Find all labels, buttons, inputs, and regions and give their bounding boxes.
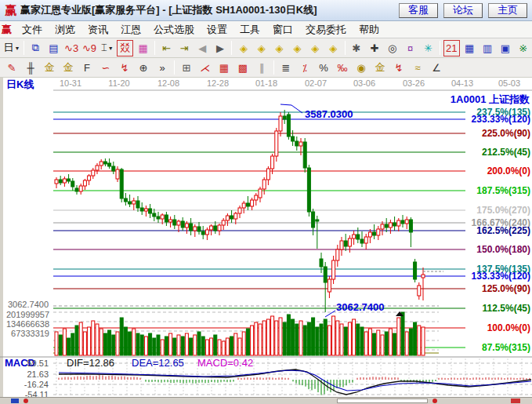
status-scrollbar[interactable] bbox=[337, 399, 428, 403]
ruler-icon[interactable]: ≣ bbox=[277, 60, 295, 76]
prev-icon[interactable]: ◀ bbox=[194, 40, 211, 56]
pan-hand-icon[interactable]: ✱ bbox=[349, 40, 365, 56]
gold-line-icon[interactable]: 金 bbox=[371, 60, 389, 76]
candle-body bbox=[136, 201, 139, 208]
candle-body bbox=[194, 227, 197, 231]
macd-scale-label: -16.24 bbox=[24, 380, 49, 389]
candle-body bbox=[226, 216, 229, 220]
gold-section2-icon[interactable]: 金 bbox=[60, 60, 77, 76]
percent-icon[interactable]: % bbox=[315, 60, 332, 76]
peak-annotation-arrow bbox=[280, 104, 302, 113]
volume-bar bbox=[324, 319, 327, 355]
menu-item-江恩[interactable]: 江恩 bbox=[114, 23, 147, 37]
candle-body bbox=[128, 202, 132, 204]
link-icon[interactable]: ※ bbox=[515, 40, 531, 56]
hatch-box-icon[interactable]: ▩ bbox=[234, 60, 252, 76]
zoom-window-icon[interactable]: ⧉ bbox=[27, 40, 44, 56]
calendar-21-icon[interactable]: 21 bbox=[443, 40, 460, 56]
parallel-lines-icon[interactable]: ∥ bbox=[253, 60, 270, 76]
brush-icon[interactable]: ↯ bbox=[116, 60, 133, 76]
candle-body bbox=[307, 168, 310, 212]
volume-bar bbox=[397, 318, 400, 355]
titlebar-button-2[interactable]: 主页 bbox=[488, 3, 527, 18]
menu-item-文件[interactable]: 文件 bbox=[16, 23, 49, 37]
fibo-icon[interactable]: F bbox=[78, 60, 96, 76]
grid-axis-icon[interactable]: ╫ bbox=[22, 60, 39, 76]
magnify-icon[interactable]: ◎ bbox=[384, 40, 400, 56]
chart-area[interactable]: 日K线1A0001 上证指数10-3111-2012-0812-2801-180… bbox=[0, 78, 532, 397]
marker-icon[interactable]: ↯ bbox=[390, 60, 407, 76]
angle-icon[interactable]: ∠ bbox=[428, 60, 445, 76]
menu-item-帮助[interactable]: 帮助 bbox=[353, 23, 385, 37]
symbol-label: 1A0001 上证指数 bbox=[451, 93, 530, 105]
diamond-tool-2[interactable]: ◈ bbox=[253, 40, 270, 56]
mark-icon[interactable]: ¤ bbox=[402, 40, 418, 56]
wave9-icon[interactable]: ∿9 bbox=[81, 40, 98, 56]
candle-style-icon[interactable]: ⌶▼ bbox=[99, 40, 115, 56]
calculator-icon[interactable]: ▦ bbox=[461, 40, 478, 56]
candle-body bbox=[190, 224, 193, 231]
status-bar bbox=[0, 397, 532, 404]
wave-gold-icon[interactable]: ≈ bbox=[409, 60, 426, 76]
titlebar-button-1[interactable]: 论坛 bbox=[443, 3, 483, 18]
diamond-tool-3[interactable]: ◈ bbox=[271, 40, 288, 56]
gann-level-label: 112.5%(45) bbox=[483, 303, 530, 314]
period-selector[interactable]: 日▼ bbox=[3, 40, 20, 56]
volume-bar bbox=[201, 337, 204, 355]
gold-circle-icon[interactable]: ◉ bbox=[353, 60, 370, 76]
volume-bar bbox=[368, 329, 371, 355]
volume-bar bbox=[205, 340, 208, 355]
toolbar-separator bbox=[24, 41, 24, 55]
gann-grid-icon[interactable]: 㸚 bbox=[117, 40, 133, 56]
menu-item-窗口[interactable]: 窗口 bbox=[266, 23, 299, 37]
color-chart-icon[interactable]: ▦ bbox=[135, 40, 151, 56]
crosshair-icon[interactable]: ✚ bbox=[366, 40, 382, 56]
volume-bar bbox=[214, 335, 217, 355]
menu-item-工具[interactable]: 工具 bbox=[233, 23, 266, 37]
circle-grid-icon[interactable]: ⊕ bbox=[135, 60, 152, 76]
last-page-icon[interactable]: ⇥ bbox=[176, 40, 193, 56]
menu-item-交易委托[interactable]: 交易委托 bbox=[299, 23, 353, 37]
notes-icon[interactable]: ▥ bbox=[480, 40, 496, 56]
menu-item-浏览[interactable]: 浏览 bbox=[49, 23, 81, 37]
box-select-icon[interactable]: ⊞ bbox=[178, 60, 195, 76]
main-chart[interactable]: 日K线1A0001 上证指数10-3111-2012-0812-2801-180… bbox=[0, 78, 532, 397]
volume-bar bbox=[136, 333, 139, 355]
percent-line-icon[interactable]: ⁒ bbox=[296, 60, 313, 76]
diamond-tool-5[interactable]: ◈ bbox=[307, 40, 324, 56]
menu-item-设置[interactable]: 设置 bbox=[201, 23, 233, 37]
gann-level-label: 200.0%(0) bbox=[487, 166, 530, 177]
next-icon[interactable]: ▶ bbox=[212, 40, 229, 56]
wave3-icon[interactable]: ∿3 bbox=[63, 40, 80, 56]
titlebar-buttons: 客服论坛主页 bbox=[399, 3, 527, 18]
diamond-tool-4[interactable]: ◈ bbox=[289, 40, 306, 56]
volume-bar bbox=[360, 327, 364, 355]
smart-icon[interactable]: ✳ bbox=[420, 40, 436, 56]
volume-bar bbox=[112, 335, 115, 355]
more-icon[interactable]: » bbox=[154, 60, 171, 76]
gann-level-label: 225.0%(90) bbox=[482, 128, 530, 139]
volume-bar bbox=[194, 335, 197, 355]
permille-icon[interactable]: ‰ bbox=[334, 60, 351, 76]
diamond-tool-1[interactable]: ◈ bbox=[235, 40, 252, 56]
gann-level-label: 233.33%(120) bbox=[472, 114, 530, 125]
wave-count-icon[interactable]: ∽ bbox=[97, 60, 114, 76]
diamond-tool-6[interactable]: ◈ bbox=[325, 40, 342, 56]
macd-scale-label: 21.63 bbox=[27, 369, 49, 379]
info-panel-icon[interactable]: ▤ bbox=[45, 40, 62, 56]
first-page-icon[interactable]: ⇤ bbox=[158, 40, 175, 56]
pen-icon[interactable]: ✎ bbox=[3, 60, 20, 76]
candle-body bbox=[112, 166, 115, 171]
candle-body bbox=[360, 239, 364, 243]
volume-scale-label: 67333319 bbox=[11, 329, 49, 338]
menu-item-公式选股[interactable]: 公式选股 bbox=[147, 23, 201, 37]
candle-body bbox=[210, 226, 213, 230]
status-red-icon-2 bbox=[432, 399, 437, 403]
gold-section-icon[interactable]: 金 bbox=[41, 60, 58, 76]
titlebar-button-0[interactable]: 客服 bbox=[399, 3, 438, 18]
red-grid-icon[interactable]: ▦ bbox=[215, 60, 233, 76]
save-icon[interactable]: ▣ bbox=[497, 40, 513, 56]
ray-fan-icon[interactable]: ⋌ bbox=[197, 60, 214, 76]
volume-bar bbox=[291, 319, 295, 355]
menu-item-资讯[interactable]: 资讯 bbox=[81, 23, 114, 37]
